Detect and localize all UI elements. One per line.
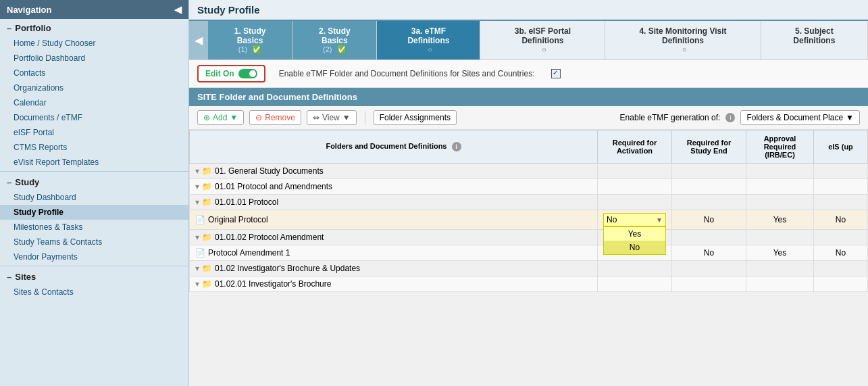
add-icon xyxy=(203,113,210,122)
tab-subject-definitions[interactable]: 5. Subject Definitions xyxy=(761,21,868,59)
sidebar-group-study-label: Study xyxy=(15,177,39,187)
sidebar-item-documents-etmf[interactable]: Documents / eTMF xyxy=(0,110,188,125)
tree-arrow: ▾ xyxy=(195,233,199,242)
cell-required-activation xyxy=(598,276,672,292)
add-button[interactable]: Add ▼ xyxy=(197,110,244,125)
etmf-dropdown-button[interactable]: Folders & Document Place ▼ xyxy=(740,110,860,125)
sidebar-divider-study xyxy=(0,171,188,172)
folder-icon: 📁 xyxy=(202,233,212,242)
view-dropdown-arrow[interactable]: ▼ xyxy=(342,113,351,122)
sidebar-group-portfolio: – Portfolio xyxy=(0,19,188,36)
tab-prev-button[interactable]: ◀ xyxy=(189,21,208,59)
sidebar-item-contacts[interactable]: Contacts xyxy=(0,66,188,80)
cell-required-study-end xyxy=(672,261,746,276)
col-header-approval-required: Approval Required (IRB/EC) xyxy=(746,130,814,164)
sidebar-item-evisit-report-templates[interactable]: eVisit Report Templates xyxy=(0,155,188,170)
col-header-required-activation: Required for Activation xyxy=(598,130,672,164)
tab-3a-sub: ○ xyxy=(389,45,467,53)
row-label: 01. General Study Documents xyxy=(215,166,324,176)
sidebar-item-study-dashboard[interactable]: Study Dashboard xyxy=(0,190,188,205)
tree-arrow: ▾ xyxy=(195,166,199,176)
sidebar-title: Navigation xyxy=(7,5,51,15)
sidebar-item-sites-contacts[interactable]: Sites & Contacts xyxy=(0,285,188,299)
cell-approval-required xyxy=(746,164,814,179)
sidebar-collapse-button[interactable]: ◀ xyxy=(174,4,182,15)
sidebar-item-vendor-payments[interactable]: Vendor Payments xyxy=(0,249,188,264)
sidebar-divider-sites xyxy=(0,266,188,266)
tab-study-basics-1[interactable]: 1. Study Basics (1) ✅ xyxy=(208,21,292,59)
edit-on-label: Edit On xyxy=(205,69,234,78)
row-label: 01.01.01 Protocol xyxy=(215,197,278,207)
dropdown-cell[interactable]: No ▼ Yes No xyxy=(603,213,666,226)
row-label: 01.02.01 Investigator's Brochure xyxy=(215,279,331,289)
sidebar-item-home-study-chooser[interactable]: Home / Study Chooser xyxy=(0,36,188,51)
cell-approval-required xyxy=(746,179,814,195)
cell-required-activation[interactable]: No ▼ Yes No xyxy=(598,210,672,230)
row-label: 01.01 Protocol and Amendments xyxy=(215,182,332,191)
table-row: ▾📁01.02.01 Investigator's Brochure xyxy=(190,276,868,292)
folder-assignments-label: Folder Assignments xyxy=(380,113,451,122)
tab-eisf-portal-definitions[interactable]: 3b. eISF Portal Definitions ○ xyxy=(480,21,605,59)
cell-required-study-end xyxy=(672,164,746,179)
etmf-dropdown-arrow: ▼ xyxy=(846,113,854,122)
cell-required-study-end xyxy=(672,230,746,245)
cell-approval-required xyxy=(746,276,814,292)
table-row: ▾📁01. General Study Documents xyxy=(190,164,868,179)
tab-3b-sub: ○ xyxy=(492,45,592,53)
sidebar-item-study-profile[interactable]: Study Profile xyxy=(0,205,188,220)
cell-eisf xyxy=(814,164,868,179)
tabs-row: ◀ 1. Study Basics (1) ✅ 2. Study Basics … xyxy=(189,21,868,60)
doc-icon: 📄 xyxy=(195,215,205,224)
row-label: 01.01.02 Protocol Amendment xyxy=(215,233,324,242)
etmf-info-icon[interactable]: i xyxy=(725,113,735,122)
sidebar-item-eisf-portal[interactable]: eISF Portal xyxy=(0,125,188,140)
edit-bar: Edit On Enable eTMF Folder and Document … xyxy=(189,60,868,88)
table-row: ▾📁01.01 Protocol and Amendments xyxy=(190,179,868,195)
section-header: SITE Folder and Document Definitions xyxy=(189,88,868,106)
table-row: 📄Protocol Amendment 1NoYesNo xyxy=(190,245,868,261)
tab-2-sub: (2) ✅ xyxy=(305,45,364,54)
remove-label: Remove xyxy=(265,113,295,122)
dropdown-select[interactable]: No ▼ xyxy=(603,213,666,226)
enable-sites-countries-checkbox[interactable] xyxy=(551,69,561,78)
cell-required-activation xyxy=(598,179,672,195)
cell-eisf xyxy=(814,276,868,292)
doc-icon: 📄 xyxy=(195,248,205,258)
cell-eisf xyxy=(814,261,868,276)
sidebar-item-milestones-tasks[interactable]: Milestones & Tasks xyxy=(0,220,188,235)
tab-3b-label: 3b. eISF Portal Definitions xyxy=(492,26,592,45)
tab-1-check: ✅ xyxy=(252,45,261,54)
tab-etmf-definitions[interactable]: 3a. eTMF Definitions ○ xyxy=(377,21,480,59)
tab-study-basics-2[interactable]: 2. Study Basics (2) ✅ xyxy=(292,21,377,59)
table-row: ▾📁01.02 Investigator's Brochure & Update… xyxy=(190,261,868,276)
tree-arrow: ▾ xyxy=(195,264,199,273)
tab-5-label: 5. Subject Definitions xyxy=(773,26,855,45)
sidebar-item-calendar[interactable]: Calendar xyxy=(0,95,188,110)
view-label: View xyxy=(322,113,340,122)
sidebar-item-organizations[interactable]: Organizations xyxy=(0,80,188,95)
dropdown-options: Yes No xyxy=(603,226,666,255)
etmf-dropdown-label: Folders & Document Place xyxy=(746,113,843,122)
remove-button[interactable]: Remove xyxy=(249,110,301,125)
col-name-info-icon[interactable]: i xyxy=(452,142,461,151)
toggle-switch[interactable] xyxy=(238,69,257,78)
sidebar-item-study-teams-contacts[interactable]: Study Teams & Contacts xyxy=(0,235,188,249)
sidebar-item-portfolio-dashboard[interactable]: Portfolio Dashboard xyxy=(0,51,188,66)
table-container: Folders and Document Definitions i Requi… xyxy=(189,130,868,386)
tab-site-monitoring[interactable]: 4. Site Monitoring Visit Definitions ○ xyxy=(605,21,761,59)
tab-3a-label: 3a. eTMF Definitions xyxy=(389,26,467,45)
dropdown-option-yes[interactable]: Yes xyxy=(604,227,665,241)
cell-approval-required: Yes xyxy=(746,210,814,230)
edit-on-button[interactable]: Edit On xyxy=(197,65,265,82)
table-row: ▾📁01.01.02 Protocol Amendment xyxy=(190,230,868,245)
add-dropdown-arrow[interactable]: ▼ xyxy=(230,113,238,122)
table-row: ▾📁01.01.01 Protocol xyxy=(190,195,868,210)
remove-icon xyxy=(255,113,262,122)
view-button[interactable]: View ▼ xyxy=(307,110,357,125)
sidebar-item-ctms-reports[interactable]: CTMS Reports xyxy=(0,140,188,155)
folder-icon: 📁 xyxy=(202,197,212,207)
col-header-eisf: eIS (up xyxy=(814,130,868,164)
folder-assignments-button[interactable]: Folder Assignments xyxy=(374,110,457,125)
tab-4-label: 4. Site Monitoring Visit Definitions xyxy=(617,26,748,45)
dropdown-option-no[interactable]: No xyxy=(604,241,665,254)
